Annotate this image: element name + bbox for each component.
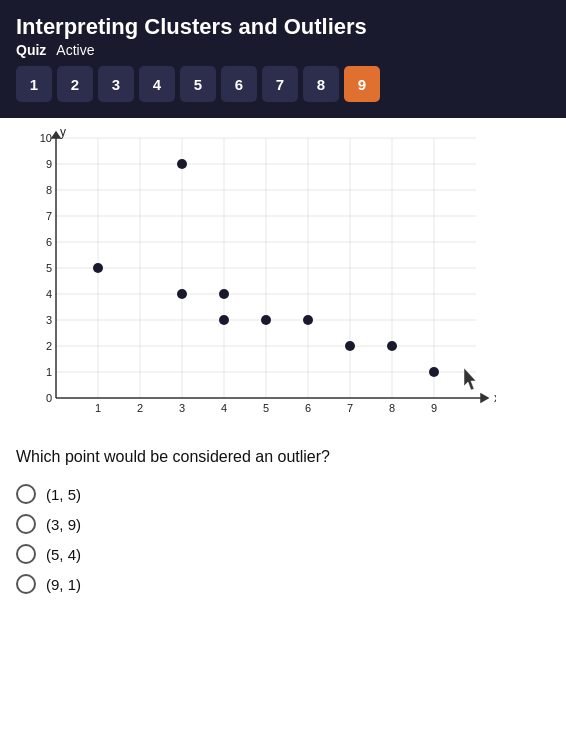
svg-marker-21	[481, 394, 488, 402]
option-1[interactable]: (3, 9)	[16, 514, 550, 534]
point-4-4	[219, 289, 229, 299]
option-label-3: (9, 1)	[46, 576, 81, 593]
x-axis-name: x	[494, 391, 496, 405]
tab-btn-5[interactable]: 5	[180, 66, 216, 102]
point-8-2	[387, 341, 397, 351]
grid	[56, 138, 476, 398]
page-title: Interpreting Clusters and Outliers	[16, 14, 550, 40]
svg-text:1: 1	[95, 402, 101, 414]
option-3[interactable]: (9, 1)	[16, 574, 550, 594]
svg-text:9: 9	[46, 158, 52, 170]
point-1-5	[93, 263, 103, 273]
tab-btn-8[interactable]: 8	[303, 66, 339, 102]
svg-marker-22	[52, 132, 60, 138]
option-radio-0[interactable]	[16, 484, 36, 504]
y-axis-labels: 0 1 2 3 4 5 6 7 8 9 10	[40, 132, 52, 404]
svg-text:1: 1	[46, 366, 52, 378]
x-axis-labels: 1 2 3 4 5 6 7 8 9	[95, 402, 437, 414]
svg-text:9: 9	[431, 402, 437, 414]
chart-area: 0 1 2 3 4 5 6 7 8 9 10 1 2 3 4 5 6 7	[16, 128, 550, 428]
option-label-1: (3, 9)	[46, 516, 81, 533]
svg-text:3: 3	[179, 402, 185, 414]
main-content: 0 1 2 3 4 5 6 7 8 9 10 1 2 3 4 5 6 7	[0, 118, 566, 610]
scatter-plot: 0 1 2 3 4 5 6 7 8 9 10 1 2 3 4 5 6 7	[16, 128, 496, 428]
cursor-icon	[464, 368, 476, 390]
svg-text:5: 5	[46, 262, 52, 274]
option-radio-1[interactable]	[16, 514, 36, 534]
tab-btn-1[interactable]: 1	[16, 66, 52, 102]
header-subtitle: Quiz Active	[16, 42, 550, 58]
option-label-2: (5, 4)	[46, 546, 81, 563]
quiz-label: Quiz	[16, 42, 46, 58]
svg-text:4: 4	[46, 288, 52, 300]
svg-text:5: 5	[263, 402, 269, 414]
y-axis-name: y	[60, 128, 66, 139]
svg-text:3: 3	[46, 314, 52, 326]
options-list: (1, 5)(3, 9)(5, 4)(9, 1)	[16, 484, 550, 594]
tab-btn-3[interactable]: 3	[98, 66, 134, 102]
svg-text:2: 2	[46, 340, 52, 352]
axes	[52, 132, 488, 402]
option-label-0: (1, 5)	[46, 486, 81, 503]
tab-btn-9[interactable]: 9	[344, 66, 380, 102]
svg-text:0: 0	[46, 392, 52, 404]
svg-text:6: 6	[305, 402, 311, 414]
point-5-3	[261, 315, 271, 325]
point-4-3	[219, 315, 229, 325]
svg-marker-43	[464, 368, 476, 390]
option-radio-2[interactable]	[16, 544, 36, 564]
point-3-4	[177, 289, 187, 299]
tab-btn-2[interactable]: 2	[57, 66, 93, 102]
header: Interpreting Clusters and Outliers Quiz …	[0, 0, 566, 118]
tab-btn-6[interactable]: 6	[221, 66, 257, 102]
option-2[interactable]: (5, 4)	[16, 544, 550, 564]
tab-row: 123456789	[16, 66, 550, 112]
svg-text:10: 10	[40, 132, 52, 144]
option-0[interactable]: (1, 5)	[16, 484, 550, 504]
svg-text:4: 4	[221, 402, 227, 414]
tab-btn-7[interactable]: 7	[262, 66, 298, 102]
question-text: Which point would be considered an outli…	[16, 446, 550, 468]
svg-text:8: 8	[46, 184, 52, 196]
svg-text:8: 8	[389, 402, 395, 414]
point-6-3	[303, 315, 313, 325]
svg-text:7: 7	[46, 210, 52, 222]
svg-text:2: 2	[137, 402, 143, 414]
option-radio-3[interactable]	[16, 574, 36, 594]
svg-text:7: 7	[347, 402, 353, 414]
active-label: Active	[56, 42, 94, 58]
svg-text:6: 6	[46, 236, 52, 248]
tab-btn-4[interactable]: 4	[139, 66, 175, 102]
point-3-9	[177, 159, 187, 169]
point-9-1	[429, 367, 439, 377]
point-7-2	[345, 341, 355, 351]
